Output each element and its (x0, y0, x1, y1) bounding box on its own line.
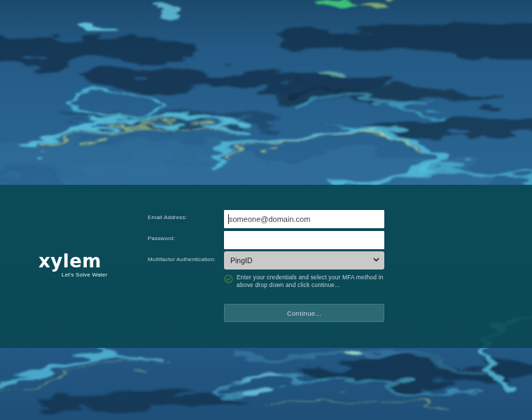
mfa-select[interactable]: PingID (224, 251, 384, 270)
xylem-logo: xylem (38, 251, 102, 272)
continue-button[interactable]: Continue... (224, 304, 384, 322)
xylem-tagline: Let's Solve Water (62, 272, 108, 278)
password-input[interactable] (224, 231, 384, 249)
email-field-wrap (224, 210, 384, 228)
mfa-info-row: Enter your credentials and select your M… (224, 274, 386, 289)
password-label: Password: (148, 235, 175, 241)
mfa-info-text: Enter your credentials and select your M… (237, 274, 386, 289)
mfa-label: Multifactor Authentication: (148, 256, 216, 262)
login-screen: xylem Let's Solve Water Email Address: P… (0, 0, 532, 420)
email-input[interactable] (224, 210, 384, 228)
check-circle-icon (224, 274, 233, 284)
email-label: Email Address: (148, 214, 187, 220)
mfa-select-wrap: PingID (224, 251, 384, 270)
password-field-wrap (224, 231, 384, 249)
